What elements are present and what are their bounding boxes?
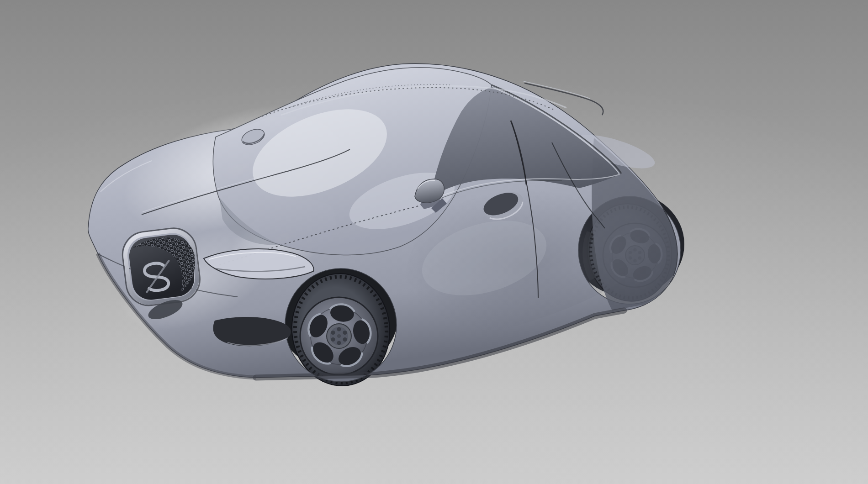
front-rim xyxy=(300,297,378,375)
viewport-3d[interactable] xyxy=(0,0,868,484)
front-grille xyxy=(120,226,203,308)
cad-viewport-stage xyxy=(0,0,868,484)
